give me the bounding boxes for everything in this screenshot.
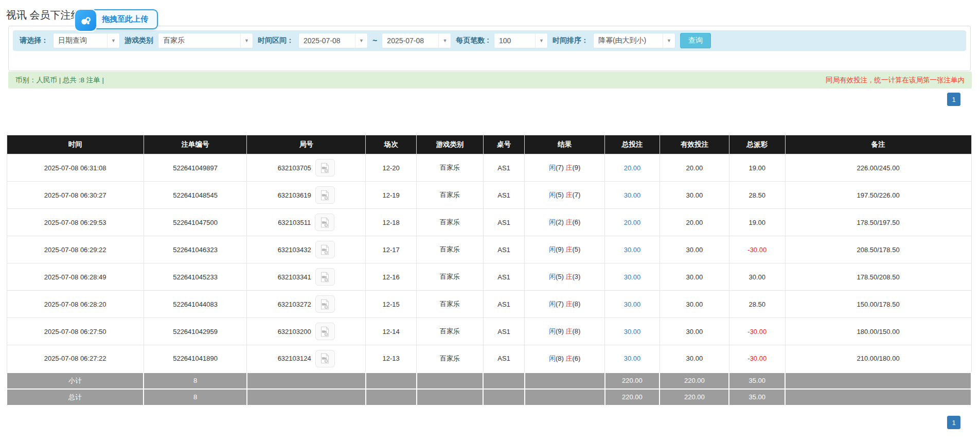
filter-bar: 请选择： 日期查询 ▼ 游戏类别 百家乐 ▼ 时间区间： 2025-07-08 … bbox=[13, 30, 966, 51]
time-sort-label: 时间排序： bbox=[553, 36, 589, 45]
total-row-cell bbox=[483, 389, 525, 405]
cell-valid-bet: 30.00 bbox=[660, 291, 729, 318]
payout-value: 19.00 bbox=[749, 219, 765, 226]
cell-session: 12-20 bbox=[366, 154, 417, 182]
chevron-down-icon: ▼ bbox=[240, 33, 253, 48]
bet-records-table: 时间注单编号局号场次游戏类别桌号结果总投注有效投注总派彩备注 2025-07-0… bbox=[6, 135, 972, 406]
cell-result: 闲(5) 庄(7) bbox=[525, 182, 605, 209]
cell-session: 12-17 bbox=[366, 236, 417, 263]
table-row: 2025-07-08 06:31:08522641049897632103705… bbox=[7, 154, 971, 182]
subtotal-row: 小计8220.00220.0035.00 bbox=[7, 373, 971, 389]
total-bet-link[interactable]: 30.00 bbox=[624, 328, 641, 335]
total-bet-link[interactable]: 30.00 bbox=[624, 300, 641, 308]
column-header: 有效投注 bbox=[660, 135, 729, 154]
video-replay-button[interactable] bbox=[315, 295, 335, 313]
video-replay-button[interactable] bbox=[315, 159, 335, 176]
cell-time: 2025-07-08 06:27:50 bbox=[7, 318, 144, 345]
cell-table-no: AS1 bbox=[483, 291, 525, 318]
cell-remark: 226.00/245.00 bbox=[785, 154, 971, 182]
column-header: 结果 bbox=[525, 135, 605, 154]
cell-game-type: 百家乐 bbox=[417, 154, 483, 182]
total-bet-link[interactable]: 20.00 bbox=[624, 164, 641, 172]
page-size-label: 每页笔数 : bbox=[456, 36, 489, 45]
cell-total-bet: 20.00 bbox=[605, 154, 660, 182]
column-header: 总派彩 bbox=[729, 135, 785, 154]
video-replay-button[interactable] bbox=[315, 186, 335, 204]
subtotal-row-cell: 35.00 bbox=[729, 373, 785, 389]
subtotal-row-cell: 小计 bbox=[7, 373, 144, 389]
cell-total-bet: 30.00 bbox=[605, 182, 660, 209]
time-sort-select[interactable]: 降幂(由大到小) ▼ bbox=[593, 33, 675, 48]
date-range-label: 时间区间： bbox=[258, 36, 294, 45]
cell-time: 2025-07-08 06:28:20 bbox=[7, 291, 144, 318]
cell-result: 闲(2) 庄(6) bbox=[525, 209, 605, 236]
cell-total-bet: 30.00 bbox=[605, 291, 660, 318]
cell-valid-bet: 30.00 bbox=[660, 236, 729, 263]
game-type-select[interactable]: 百家乐 ▼ bbox=[158, 33, 253, 48]
total-bet-link[interactable]: 30.00 bbox=[624, 191, 641, 199]
chevron-down-icon: ▼ bbox=[535, 33, 547, 48]
result-banker-score: (6) bbox=[572, 218, 580, 226]
cell-remark: 180.00/150.00 bbox=[785, 318, 971, 345]
video-replay-button[interactable] bbox=[315, 241, 335, 258]
result-player-label: 闲 bbox=[549, 245, 556, 253]
cell-game-type: 百家乐 bbox=[417, 345, 483, 373]
valid-bet-notice-text: 同局有效投注，统一计算在该局第一张注单内 bbox=[826, 76, 965, 85]
cell-table-no: AS1 bbox=[483, 209, 525, 236]
cell-valid-bet: 20.00 bbox=[660, 209, 729, 236]
total-bet-link[interactable]: 30.00 bbox=[624, 246, 641, 254]
page-1-button[interactable]: 1 bbox=[947, 416, 960, 429]
time-sort-value: 降幂(由大到小) bbox=[594, 33, 663, 48]
cell-remark: 210.00/180.00 bbox=[785, 345, 971, 373]
video-replay-button[interactable] bbox=[315, 214, 334, 231]
table-row: 2025-07-08 06:29:53522641047500632103511… bbox=[7, 209, 971, 236]
column-header: 局号 bbox=[247, 135, 366, 154]
total-bet-link[interactable]: 30.00 bbox=[624, 273, 641, 281]
cell-bet-id: 522641049897 bbox=[144, 154, 247, 182]
result-banker-label: 庄 bbox=[565, 327, 572, 335]
pagination-top: 1 bbox=[947, 93, 960, 106]
payout-value: -30.00 bbox=[747, 328, 767, 335]
total-row-cell: 8 bbox=[144, 389, 247, 405]
cell-session: 12-13 bbox=[366, 345, 417, 373]
cell-result: 闲(8) 庄(6) bbox=[525, 345, 605, 373]
video-replay-button[interactable] bbox=[315, 350, 335, 367]
video-replay-button[interactable] bbox=[315, 268, 335, 286]
result-banker-score: (3) bbox=[572, 273, 580, 280]
result-banker-label: 庄 bbox=[565, 164, 572, 171]
result-player-score: (7) bbox=[556, 164, 566, 171]
total-row-cell bbox=[785, 389, 971, 405]
total-row-cell bbox=[525, 389, 605, 405]
query-button[interactable]: 查询 bbox=[680, 33, 711, 48]
subtotal-row-cell: 220.00 bbox=[605, 373, 660, 389]
date-to-select[interactable]: 2025-07-08 ▼ bbox=[382, 33, 451, 48]
round-id-value: 632103705 bbox=[278, 164, 311, 172]
column-header: 备注 bbox=[785, 135, 971, 154]
total-bet-link[interactable]: 20.00 bbox=[624, 219, 641, 226]
total-row-cell bbox=[366, 389, 417, 405]
cell-total-bet: 30.00 bbox=[605, 345, 660, 373]
cell-time: 2025-07-08 06:28:49 bbox=[7, 263, 144, 291]
cell-valid-bet: 30.00 bbox=[660, 345, 729, 373]
query-type-select[interactable]: 日期查询 ▼ bbox=[53, 33, 120, 48]
cell-table-no: AS1 bbox=[483, 345, 525, 373]
cell-game-type: 百家乐 bbox=[417, 182, 483, 209]
total-row-cell: 220.00 bbox=[605, 389, 660, 405]
cell-round-id: 632103511 bbox=[247, 209, 366, 236]
cell-remark: 150.00/178.50 bbox=[785, 291, 971, 318]
date-from-select[interactable]: 2025-07-08 ▼ bbox=[298, 33, 368, 48]
subtotal-row-cell: 8 bbox=[144, 373, 247, 389]
video-replay-button[interactable] bbox=[315, 323, 335, 340]
page-size-select[interactable]: 100 ▼ bbox=[494, 33, 548, 48]
table-row: 2025-07-08 06:28:49522641045233632103341… bbox=[7, 263, 971, 291]
cell-total-bet: 30.00 bbox=[605, 263, 660, 291]
column-header: 游戏类别 bbox=[417, 135, 483, 154]
result-player-label: 闲 bbox=[549, 355, 556, 362]
result-banker-label: 庄 bbox=[565, 245, 572, 253]
total-bet-link[interactable]: 30.00 bbox=[624, 355, 641, 362]
cell-table-no: AS1 bbox=[483, 263, 525, 291]
page-1-button[interactable]: 1 bbox=[947, 93, 960, 106]
cell-bet-id: 522641046323 bbox=[144, 236, 247, 263]
table-row: 2025-07-08 06:29:22522641046323632103432… bbox=[7, 236, 971, 263]
subtotal-row-cell bbox=[417, 373, 483, 389]
